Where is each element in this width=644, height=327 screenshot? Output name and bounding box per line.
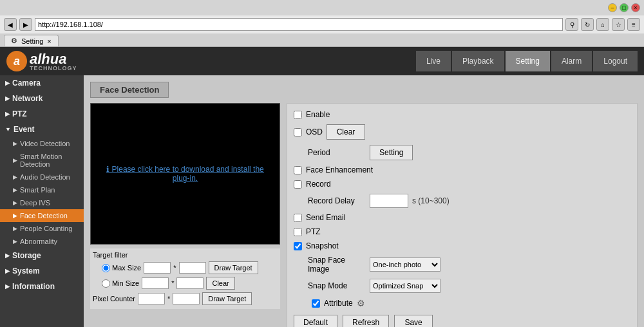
sidebar-item-smart-motion[interactable]: ▶ Smart Motion Detection: [0, 150, 84, 171]
draw-target-btn-1[interactable]: Draw Target: [209, 261, 258, 274]
sidebar-item-network[interactable]: ▶ Network: [0, 91, 84, 106]
address-text: http://192.168.1.108/: [38, 21, 103, 28]
sidebar-item-abnormality[interactable]: ▶ Abnormality: [0, 235, 84, 248]
pixel-counter-row: Pixel Counter 0 * 0 Draw Target: [93, 292, 278, 305]
sidebar-item-storage[interactable]: ▶ Storage: [0, 248, 84, 263]
max-size-radio-label[interactable]: Max Size: [102, 264, 141, 272]
refresh-btn[interactable]: ↻: [581, 18, 594, 31]
min-height-input[interactable]: 0: [176, 277, 204, 289]
sidebar-item-information[interactable]: ▶ Information: [0, 279, 84, 294]
send-email-label: Send Email: [306, 213, 345, 222]
sidebar-item-system[interactable]: ▶ System: [0, 263, 84, 279]
search-btn[interactable]: ⚲: [565, 18, 578, 31]
home-btn[interactable]: ⌂: [596, 18, 609, 31]
pixel-height-input[interactable]: 0: [173, 293, 200, 304]
video-area[interactable]: ℹ Please click here to download and inst…: [90, 103, 280, 245]
tab-title: Setting: [21, 37, 43, 45]
sidebar-label-system: System: [12, 266, 40, 276]
chevron-right-icon: ▶: [13, 238, 17, 245]
max-size-radio[interactable]: [102, 264, 110, 272]
sidebar-item-ptz[interactable]: ▶ PTZ: [0, 106, 84, 122]
tab-close-btn[interactable]: ×: [47, 37, 51, 45]
close-btn[interactable]: ×: [631, 3, 640, 12]
min-size-radio[interactable]: [102, 279, 110, 288]
nav-alarm[interactable]: Alarm: [551, 51, 592, 71]
snap-face-select[interactable]: One-inch photo Custom: [370, 257, 440, 272]
face-enhancement-label: Face Enhancement: [306, 165, 373, 174]
nav-logout[interactable]: Logout: [593, 51, 638, 71]
osd-clear-btn[interactable]: Clear: [327, 124, 365, 140]
snap-mode-select[interactable]: Optimized Snap Tripwire: [370, 279, 440, 293]
max-size-label: Max Size: [112, 264, 141, 272]
sidebar-label-event: Event: [14, 125, 35, 134]
osd-checkbox[interactable]: [294, 128, 302, 136]
sidebar-item-face-detection[interactable]: ▶ Face Detection: [0, 209, 84, 222]
minimize-btn[interactable]: –: [608, 3, 617, 12]
browser-chrome: – □ × ◀ ▶ http://192.168.1.108/ ⚲ ↻ ⌂ ☆ …: [0, 0, 644, 47]
default-btn[interactable]: Default: [294, 315, 337, 327]
min-size-radio-label[interactable]: Min Size: [102, 279, 139, 288]
sidebar-item-camera[interactable]: ▶ Camera: [0, 75, 84, 91]
sidebar-item-audio-detection[interactable]: ▶ Audio Detection: [0, 171, 84, 183]
target-filter-panel: Target filter Max Size 8191 *: [90, 248, 280, 309]
sidebar-item-people-counting[interactable]: ▶ People Counting: [0, 222, 84, 235]
record-delay-row: Record Delay 10 s (10~300): [294, 194, 630, 208]
record-label: Record: [306, 180, 331, 189]
chevron-right-icon: ▶: [5, 252, 10, 259]
address-bar[interactable]: http://192.168.1.108/: [35, 18, 563, 31]
star-btn[interactable]: ☆: [612, 18, 625, 31]
ptz-checkbox[interactable]: [294, 228, 302, 236]
plugin-download-link[interactable]: ℹ Please click here to download and inst…: [97, 165, 273, 183]
sidebar-label-video-detection: Video Detection: [20, 140, 70, 147]
logo: a alhua TECHNOLOGY: [6, 51, 77, 71]
back-btn[interactable]: ◀: [4, 18, 17, 31]
sidebar-item-event[interactable]: ▼ Event: [0, 122, 84, 137]
face-enhancement-checkbox[interactable]: [294, 166, 302, 174]
browser-toolbar: ◀ ▶ http://192.168.1.108/ ⚲ ↻ ⌂ ☆ ≡: [0, 15, 644, 33]
snap-mode-label: Snap Mode: [308, 281, 366, 290]
save-btn[interactable]: Save: [394, 315, 433, 327]
maximize-btn[interactable]: □: [620, 3, 629, 12]
send-email-checkbox[interactable]: [294, 214, 302, 222]
nav-setting[interactable]: Setting: [506, 51, 550, 71]
period-row: Period Setting: [294, 145, 630, 160]
sidebar-item-deep-ivs[interactable]: ▶ Deep IVS: [0, 196, 84, 209]
browser-tab[interactable]: ⚙ Setting ×: [4, 35, 59, 46]
record-delay-input[interactable]: 10: [370, 194, 408, 208]
max-height-input[interactable]: 8191: [179, 262, 206, 274]
attribute-checkbox[interactable]: [312, 299, 320, 308]
sidebar: ▶ Camera ▶ Network ▶ PTZ ▼ Event ▶ Video…: [0, 75, 84, 327]
max-size-row: Max Size 8191 * 8191 Draw Target: [93, 261, 278, 274]
osd-row: OSD Clear: [294, 124, 630, 140]
record-row: Record: [294, 180, 630, 189]
snap-face-row: Snap Face Image One-inch photo Custom: [294, 256, 630, 274]
nav-playback[interactable]: Playback: [452, 51, 504, 71]
chevron-down-icon: ▼: [5, 126, 11, 133]
draw-target-btn-2[interactable]: Draw Target: [202, 292, 252, 305]
nav-live[interactable]: Live: [416, 51, 451, 71]
gear-icon[interactable]: ⚙: [357, 298, 365, 308]
refresh-btn[interactable]: Refresh: [343, 315, 389, 327]
sidebar-item-smart-plan[interactable]: ▶ Smart Plan: [0, 183, 84, 196]
menu-btn[interactable]: ≡: [627, 18, 640, 31]
chevron-right-icon: ▶: [13, 140, 17, 147]
tab-bar: ⚙ Setting ×: [0, 33, 644, 46]
clear-btn[interactable]: Clear: [206, 277, 234, 290]
pixel-width-input[interactable]: 0: [138, 293, 165, 304]
min-width-input[interactable]: 0: [142, 277, 169, 289]
ptz-row: PTZ: [294, 227, 630, 236]
max-width-input[interactable]: 8191: [144, 262, 171, 274]
snapshot-checkbox[interactable]: [294, 242, 302, 250]
enable-label: Enable: [306, 110, 330, 119]
sidebar-item-video-detection[interactable]: ▶ Video Detection: [0, 137, 84, 150]
sidebar-label-people-counting: People Counting: [20, 225, 72, 232]
sidebar-label-abnormality: Abnormality: [20, 238, 57, 245]
record-delay-unit: s (10~300): [412, 196, 450, 205]
star-separator-2: *: [171, 279, 174, 287]
forward-btn[interactable]: ▶: [19, 18, 32, 31]
chevron-right-icon: ▶: [13, 200, 17, 206]
record-checkbox[interactable]: [294, 180, 302, 189]
period-setting-btn[interactable]: Setting: [370, 145, 413, 160]
logo-icon: a: [6, 51, 27, 71]
enable-checkbox[interactable]: [294, 111, 302, 119]
